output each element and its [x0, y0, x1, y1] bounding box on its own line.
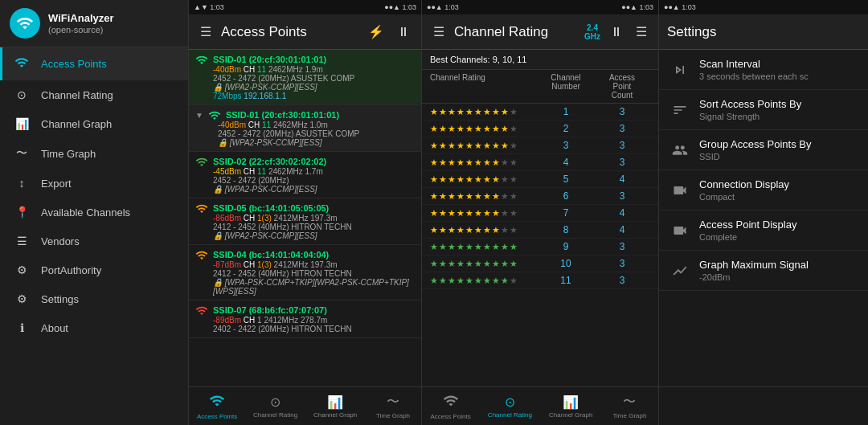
- settings-item-scan-interval[interactable]: Scan Interval 3 seconds between each sc: [659, 50, 868, 90]
- cr-row-7[interactable]: ★★★★★★★★★★ 7 4: [422, 205, 658, 222]
- bottom-nav-time-graph-2[interactable]: 〜 Time Graph: [609, 394, 649, 419]
- settings-status-bar: ●●▲ 1:03: [659, 0, 868, 14]
- cr-row-3[interactable]: ★★★★★★★★★★ 3 3: [422, 137, 658, 154]
- ap-panel-title: Access Points: [221, 24, 358, 40]
- ap-menu-button[interactable]: ☰: [197, 22, 215, 41]
- cr-row-9[interactable]: ★★★★★★★★★★ 9 3: [422, 239, 658, 255]
- cr-channel-7: 7: [538, 207, 594, 219]
- sidebar-navigation: Access Points ⊙ Channel Rating 📊 Channel…: [0, 47, 188, 425]
- cr-stars-7: ★★★★★★★★★★: [430, 208, 538, 219]
- group-ap-value: SSID: [699, 152, 857, 161]
- cr-ap-count-7: 4: [594, 207, 650, 219]
- graph-max-signal-value: -20dBm: [699, 272, 857, 282]
- bottom-nav-cg-icon-2: 📊: [563, 394, 579, 410]
- cr-stars-2: ★★★★★★★★★★: [430, 124, 538, 134]
- bottom-nav-ap-label-2: Access Points: [431, 413, 471, 420]
- sidebar-item-about[interactable]: ℹ About: [0, 313, 188, 342]
- about-icon: ℹ: [14, 321, 30, 334]
- ap-item-4[interactable]: SSID-04 (bc:14:01:04:04:04) -87dBm CH 1(…: [189, 245, 421, 300]
- ap-filter-button[interactable]: ⚡: [365, 22, 387, 41]
- ap-item-5[interactable]: SSID-07 (68:b6:fc:07:07:07) -89dBm CH 1 …: [189, 300, 421, 338]
- bottom-nav-cr-label-1: Channel Rating: [253, 411, 297, 419]
- bottom-nav-channel-graph-2[interactable]: 📊 Channel Graph: [549, 394, 592, 419]
- cr-stars-5: ★★★★★★★★★★: [430, 174, 538, 185]
- bottom-nav-access-points-2[interactable]: Access Points: [431, 392, 471, 420]
- settings-panel: ●●▲ 1:03 Settings Scan Interval 3 second…: [659, 0, 868, 386]
- cr-stars-10: ★★★★★★★★★★: [430, 259, 538, 269]
- cr-menu-button[interactable]: ☰: [430, 22, 448, 41]
- connection-display-icon: [670, 181, 690, 200]
- sidebar-label-available-channels: Available Channels: [41, 206, 130, 219]
- cr-pause-button[interactable]: ⏸: [607, 23, 626, 41]
- cr-row-2[interactable]: ★★★★★★★★★★ 2 3: [422, 121, 658, 137]
- cr-more-button[interactable]: ☰: [633, 22, 650, 41]
- settings-item-connection-display[interactable]: Connection Display Compact: [659, 170, 868, 210]
- ap-ssid-3: SSID-05 (bc:14:01:05:05:05): [213, 203, 329, 213]
- ap-ssid-1: SSID-01 (20:cf:30:01:01:01): [226, 110, 339, 120]
- sidebar-item-export[interactable]: ↕ Export: [0, 169, 188, 198]
- sidebar-item-portauthority[interactable]: ⚙ PortAuthority: [0, 255, 188, 284]
- ap-ssid-2: SSID-02 (22:cf:30:02:02:02): [213, 157, 326, 166]
- sidebar-label-time-graph: Time Graph: [41, 148, 96, 160]
- sidebar-item-vendors[interactable]: ☰ Vendors: [0, 227, 188, 255]
- cr-row-5[interactable]: ★★★★★★★★★★ 5 4: [422, 171, 658, 188]
- settings-panel-title: Settings: [667, 24, 860, 40]
- cr-row-10[interactable]: ★★★★★★★★★★ 10 3: [422, 255, 658, 272]
- cr-table-header: Channel Rating ChannelNumber AccessPoint…: [422, 70, 658, 104]
- bottom-nav-time-graph-1[interactable]: 〜 Time Graph: [373, 394, 413, 419]
- cr-best-channels-value: 9, 10, 11: [493, 55, 527, 64]
- app-subtitle: (open-source): [48, 25, 114, 35]
- bottom-nav-tg-label-1: Time Graph: [376, 412, 410, 419]
- cr-ap-count-3: 3: [594, 140, 650, 151]
- sort-ap-label: Sort Access Points By: [699, 98, 857, 110]
- cr-row-4[interactable]: ★★★★★★★★★★ 4 3: [422, 154, 658, 171]
- bottom-nav-channel-rating-1[interactable]: ⊙ Channel Rating: [253, 394, 297, 419]
- sidebar-item-settings[interactable]: ⚙ Settings: [0, 284, 188, 313]
- sidebar-item-available-channels[interactable]: 📍 Available Channels: [0, 198, 188, 227]
- sidebar-label-settings: Settings: [41, 293, 79, 305]
- settings-item-ap-display[interactable]: Access Point Display Complete: [659, 210, 868, 251]
- sidebar-item-access-points[interactable]: Access Points: [0, 47, 188, 80]
- ap-ssid-4: SSID-04 (bc:14:01:04:04:04): [213, 250, 329, 259]
- bottom-nav-access-points-1[interactable]: Access Points: [197, 392, 237, 420]
- settings-item-group-ap[interactable]: Group Access Points By SSID: [659, 130, 868, 170]
- ap-item-2[interactable]: SSID-02 (22:cf:30:02:02:02) -45dBm CH 11…: [189, 152, 421, 198]
- cr-ap-count-9: 3: [594, 241, 650, 252]
- sidebar-header: WiFiAnalyzer (open-source): [0, 0, 188, 47]
- ap-status-bar: ▲▼ 1:03 ●●▲ 1:03: [189, 0, 421, 14]
- sidebar-item-channel-graph[interactable]: 📊 Channel Graph: [0, 109, 188, 138]
- cr-ap-count-4: 3: [594, 157, 650, 168]
- cr-row-1[interactable]: ★★★★★★★★★★ 1 3: [422, 104, 658, 121]
- ap-item-selected[interactable]: SSID-01 (20:cf:30:01:01:01) -40dBm CH 11…: [189, 50, 421, 105]
- bottom-navigation: Access Points ⊙ Channel Rating 📊 Channel…: [189, 386, 868, 425]
- cr-channel-9: 9: [538, 241, 594, 252]
- cr-stars-3: ★★★★★★★★★★: [430, 141, 538, 151]
- sidebar-item-time-graph[interactable]: 〜 Time Graph: [0, 138, 188, 169]
- settings-item-sort-ap[interactable]: Sort Access Points By Signal Strength: [659, 90, 868, 130]
- wifi-signal-icon-4: [195, 249, 208, 260]
- cr-col-ap-count: AccessPointCount: [594, 73, 650, 100]
- graph-max-signal-icon: [670, 261, 690, 280]
- bottom-nav-cr-label-2: Channel Rating: [488, 411, 532, 419]
- scan-interval-value: 3 seconds between each sc: [699, 72, 857, 81]
- frequency-badge: 2.4GHz: [584, 23, 600, 41]
- sort-ap-value: Signal Strength: [699, 112, 857, 121]
- cr-stars-9: ★★★★★★★★★★: [430, 242, 538, 252]
- wifi-signal-icon-3: [195, 202, 208, 214]
- ap-item-expanded[interactable]: ▼ SSID-01 (20:cf:30:01:01:01) -40dBm CH …: [189, 105, 421, 152]
- cr-row-11[interactable]: ★★★★★★★★★★ 11 3: [422, 272, 658, 289]
- sidebar-item-channel-rating[interactable]: ⊙ Channel Rating: [0, 80, 188, 109]
- bottom-nav-channel-rating-2[interactable]: ⊙ Channel Rating: [488, 394, 532, 419]
- cr-row-8[interactable]: ★★★★★★★★★★ 8 4: [422, 222, 658, 239]
- ap-item-3[interactable]: SSID-05 (bc:14:01:05:05:05) -86dBm CH 1(…: [189, 198, 421, 245]
- cr-row-6[interactable]: ★★★★★★★★★★ 6 3: [422, 188, 658, 205]
- main-content: ▲▼ 1:03 ●●▲ 1:03 ☰ Access Points ⚡ ⏸ SSI…: [189, 0, 868, 425]
- settings-item-graph-max-signal[interactable]: Graph Maximum Signal -20dBm: [659, 251, 868, 291]
- bottom-nav-tg-label-2: Time Graph: [612, 412, 646, 419]
- ap-panel-header: ☰ Access Points ⚡ ⏸: [189, 14, 421, 50]
- bottom-nav-channel-graph-1[interactable]: 📊 Channel Graph: [313, 394, 357, 419]
- cr-ap-count-1: 3: [594, 106, 650, 117]
- bottom-nav-tg-icon-1: 〜: [387, 394, 399, 411]
- ap-pause-button[interactable]: ⏸: [394, 23, 413, 41]
- available-channels-icon: 📍: [14, 206, 30, 219]
